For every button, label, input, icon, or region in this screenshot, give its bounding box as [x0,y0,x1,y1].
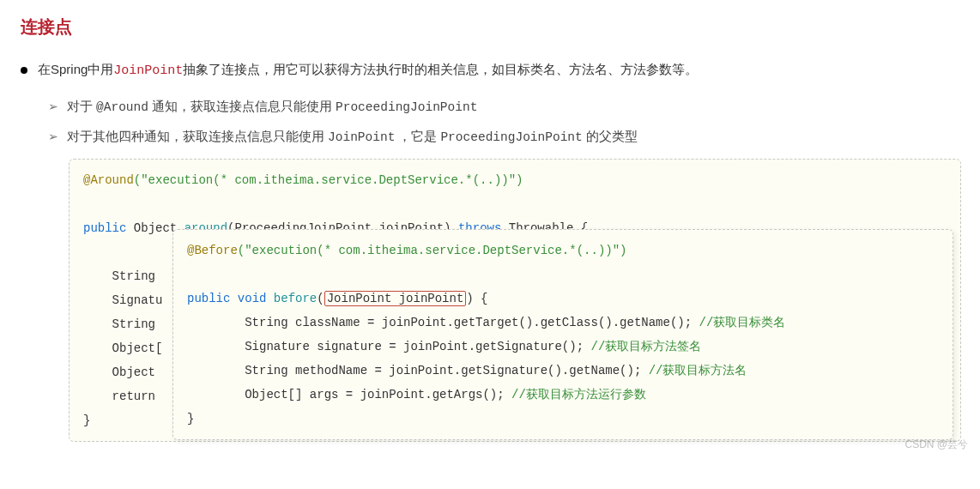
line-object: Object [83,365,162,379]
cmt3: //获取目标方法名 [649,364,747,377]
cmt2: //获取目标方法签名 [590,340,701,353]
line-return: return [83,389,162,403]
cmt4: //获取目标方法运行参数 [511,388,646,401]
bullet-main-text: 在Spring中用JoinPoint抽象了连接点，用它可以获得方法执行时的相关信… [38,59,698,82]
joinpoint-param-highlight: JoinPoint joinPoint [324,291,467,306]
kw-void: void [238,292,267,305]
code-around-box: @Around("execution(* com.itheima.service… [69,159,961,442]
cmt1: //获取目标类名 [699,316,786,329]
line-objarr: Object[ [83,341,162,355]
method-before: before [274,292,317,305]
s1-mono: JoinPoint [328,130,395,144]
line-string2: String [83,317,162,331]
ann-before: @Before [187,244,238,257]
kw-public: public [83,221,126,235]
main-pre: 在Spring中用 [38,62,113,76]
s0-mono2: ProceedingJoinPoint [336,100,477,114]
sub-bullet-list: ➢ 对于 @Around 通知，获取连接点信息只能使用 ProceedingJo… [21,99,959,145]
body2: Signature signature = joinPoint.getSigna… [187,340,590,353]
s0-pre: 对于 [67,100,96,113]
sub-bullet-1: ➢ 对于 @Around 通知，获取连接点信息只能使用 ProceedingJo… [48,99,959,115]
ann-around-arg: ("execution(* com.itheima.service.DeptSe… [134,173,523,187]
bullet-main: 在Spring中用JoinPoint抽象了连接点，用它可以获得方法执行时的相关信… [21,59,959,82]
s0-mono: @Around [96,100,148,114]
sub-text-2: 对于其他四种通知，获取连接点信息只能使用 JoinPoint ，它是 Proce… [67,129,638,145]
line-string1: String [83,269,162,283]
s1-pre: 对于其他四种通知，获取连接点信息只能使用 [67,130,328,143]
s1-tail: 的父类型 [583,130,638,143]
bullet-disc-icon [21,67,27,74]
chevron-icon: ➢ [48,130,58,143]
sub-bullet-2: ➢ 对于其他四种通知，获取连接点信息只能使用 JoinPoint ，它是 Pro… [48,129,959,145]
body3: String methodName = joinPoint.getSignatu… [187,364,649,377]
line-signat: Signatu [83,293,162,307]
page-title: 连接点 [21,15,959,39]
s1-mid: ，它是 [395,130,440,143]
joinpoint-highlight: JoinPoint [113,63,183,78]
s0-mid: 通知，获取连接点信息只能使用 [148,100,336,113]
outer-close: } [83,414,90,427]
body1: String className = joinPoint.getTarget()… [187,316,699,329]
ret-type: Object [134,221,177,235]
ann-around: @Around [83,173,134,187]
code-before-box: @Before("execution(* com.itheima.service… [172,229,953,440]
body4: Object[] args = joinPoint.getArgs(); [187,388,511,401]
s1-mono2: ProceedingJoinPoint [440,130,582,144]
inner-close: } [187,412,194,426]
chevron-icon: ➢ [48,100,58,113]
main-post: 抽象了连接点，用它可以获得方法执行时的相关信息，如目标类名、方法名、方法参数等。 [183,62,698,76]
kw-public2: public [187,292,230,305]
sub-text-1: 对于 @Around 通知，获取连接点信息只能使用 ProceedingJoin… [67,99,477,115]
ann-before-arg: ("execution(* com.itheima.service.DeptSe… [238,244,627,257]
